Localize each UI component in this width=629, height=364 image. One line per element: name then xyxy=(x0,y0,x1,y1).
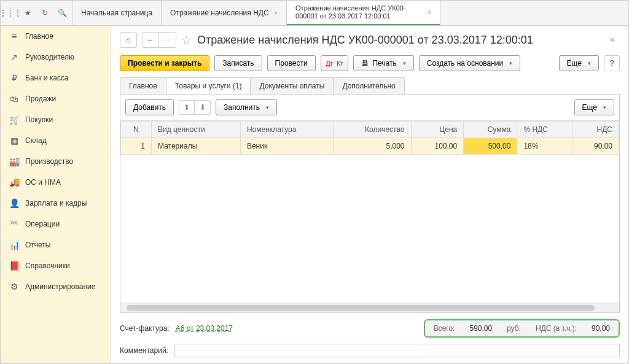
favorite-icon[interactable]: ☆ xyxy=(181,33,192,47)
home-button[interactable]: ⌂ xyxy=(120,32,137,48)
cell-qty[interactable]: 5,000 xyxy=(333,138,411,155)
ops-icon: ᴬᴷ xyxy=(9,219,19,229)
table-row[interactable]: 1 Материалы Веник 5,000 100,00 500,00 18… xyxy=(121,138,619,155)
col-vat-rate[interactable]: % НДС xyxy=(517,122,572,138)
person-icon: 👤 xyxy=(9,198,19,208)
cell-price[interactable]: 100,00 xyxy=(411,138,464,155)
currency: руб. xyxy=(507,324,521,333)
sidebar-item-label: Покупки xyxy=(25,115,53,124)
menu-icon: ≡ xyxy=(9,31,19,41)
cell-type[interactable]: Материалы xyxy=(152,138,241,155)
col-item[interactable]: Номенклатура xyxy=(240,122,333,138)
forward-button[interactable]: → xyxy=(159,32,176,48)
print-button[interactable]: 🖶Печать xyxy=(353,55,413,71)
sidebar-item-label: Справочники xyxy=(25,261,70,270)
vat-label: НДС (в т.ч.): xyxy=(536,324,577,333)
page-title: Отражение начисления НДС УК00-000001 от … xyxy=(197,34,533,47)
col-n[interactable]: N xyxy=(121,122,152,138)
sidebar-item-label: Главное xyxy=(25,32,53,41)
ruble-icon: ₽ xyxy=(9,73,19,83)
doctab-extra[interactable]: Дополнительно xyxy=(333,77,404,94)
add-button[interactable]: Добавить xyxy=(125,99,174,115)
tab-home[interactable]: Начальная страница xyxy=(72,1,162,25)
star-icon[interactable]: ★ xyxy=(23,8,33,18)
post-button[interactable]: Провести xyxy=(267,55,316,71)
sidebar-item-operations[interactable]: ᴬᴷОперации xyxy=(1,214,111,234)
sidebar-item-label: ОС и НМА xyxy=(25,178,61,187)
doctab-goods[interactable]: Товары и услуги (1) xyxy=(166,77,251,94)
sidebar-item-label: Производство xyxy=(25,157,73,166)
sidebar-item-admin[interactable]: ⚙Администрирование xyxy=(1,276,111,297)
tab-label: Начальная страница xyxy=(81,9,152,17)
grid-icon: ▦ xyxy=(9,136,19,145)
fill-button[interactable]: Заполнить xyxy=(216,99,277,115)
post-and-close-button[interactable]: Провести и закрыть xyxy=(120,55,209,71)
sidebar-item-label: Склад xyxy=(25,136,47,145)
cell-item[interactable]: Веник xyxy=(240,138,333,155)
sidebar-item-production[interactable]: 🏭Производство xyxy=(1,151,111,172)
goods-table[interactable]: N Вид ценности Номенклатура Количество Ц… xyxy=(120,121,619,155)
sidebar-item-purchases[interactable]: 🛒Покупки xyxy=(1,109,111,130)
back-button[interactable]: ← xyxy=(142,32,159,48)
dt-kt-button[interactable]: ДтКт xyxy=(321,55,349,71)
close-icon[interactable]: × xyxy=(274,9,278,17)
cell-sum[interactable]: 500,00 xyxy=(464,138,517,155)
cell-vat-rate[interactable]: 18% xyxy=(517,138,572,155)
comment-input[interactable] xyxy=(174,344,620,357)
sidebar-item-assets[interactable]: 🚚ОС и НМА xyxy=(1,172,111,193)
save-button[interactable]: Записать xyxy=(214,55,262,71)
col-price[interactable]: Цена xyxy=(411,122,464,138)
more-button[interactable]: Еще xyxy=(559,55,599,71)
bars-icon: 📊 xyxy=(9,240,19,250)
sidebar-item-main[interactable]: ≡Главное xyxy=(1,26,111,47)
cart-icon: 🛒 xyxy=(9,115,19,125)
invoice-label: Счет-фактура: xyxy=(120,324,170,333)
sidebar-item-manager[interactable]: ↗Руководителю xyxy=(1,47,111,68)
top-toolbar: ⋮⋮⋮ ★ ↻ 🔍 Начальная страница Отражение н… xyxy=(1,1,628,26)
sidebar-item-reports[interactable]: 📊Отчеты xyxy=(1,234,111,255)
tab-label: Отражение начисления НДС xyxy=(170,9,269,17)
sidebar: ≡Главное ↗Руководителю ₽Банк и касса 🛍Пр… xyxy=(1,26,111,363)
help-button[interactable]: ? xyxy=(604,55,620,71)
col-qty[interactable]: Количество xyxy=(333,122,411,138)
sidebar-item-label: Администрирование xyxy=(25,282,95,291)
apps-icon[interactable]: ⋮⋮⋮ xyxy=(6,8,15,18)
more-button[interactable]: Еще xyxy=(574,99,614,115)
col-sum[interactable]: Сумма xyxy=(464,122,517,138)
doctab-payments[interactable]: Документы оплаты xyxy=(250,77,334,94)
doctab-main[interactable]: Главное xyxy=(120,77,166,94)
move-down-button[interactable]: ⬇ xyxy=(195,100,211,115)
invoice-link[interactable]: А6 от 23.03.2017 xyxy=(176,324,233,333)
sidebar-item-label: Зарплата и кадры xyxy=(25,199,87,207)
history-icon[interactable]: ↻ xyxy=(40,8,50,18)
sidebar-item-warehouse[interactable]: ▦Склад xyxy=(1,130,111,151)
comment-label: Комментарий: xyxy=(120,346,168,355)
sidebar-item-hr[interactable]: 👤Зарплата и кадры xyxy=(1,193,111,214)
move-up-button[interactable]: ⬆ xyxy=(179,100,195,115)
search-icon[interactable]: 🔍 xyxy=(57,8,67,18)
horizontal-scrollbar[interactable] xyxy=(120,303,619,312)
col-type[interactable]: Вид ценности xyxy=(152,122,241,138)
window-tabs: Начальная страница Отражение начисления … xyxy=(72,1,440,25)
create-based-button[interactable]: Создать на основании xyxy=(419,55,521,71)
chart-icon: ↗ xyxy=(9,52,19,62)
vat-value: 90,00 xyxy=(592,324,610,333)
cell-n[interactable]: 1 xyxy=(121,138,152,155)
cell-vat[interactable]: 90,00 xyxy=(572,138,619,155)
totals-box: Всего: 590,00 руб. НДС (в т.ч.): 90,00 xyxy=(424,319,620,338)
col-vat[interactable]: НДС xyxy=(572,122,619,138)
sidebar-item-bank[interactable]: ₽Банк и касса xyxy=(1,68,111,88)
sidebar-item-sales[interactable]: 🛍Продажи xyxy=(1,88,111,109)
printer-icon: 🖶 xyxy=(361,59,369,68)
sidebar-item-label: Операции xyxy=(25,220,60,228)
sidebar-item-label: Руководителю xyxy=(25,53,74,61)
close-button[interactable]: × xyxy=(605,35,620,45)
truck-icon: 🚚 xyxy=(9,177,19,187)
gear-icon: ⚙ xyxy=(9,282,19,292)
close-icon[interactable]: × xyxy=(428,9,431,16)
total-value: 590,00 xyxy=(469,324,492,333)
sidebar-item-catalogs[interactable]: 📕Справочники xyxy=(1,255,111,276)
book-icon: 📕 xyxy=(9,261,19,271)
tab-vat-doc[interactable]: Отражение начисления НДС УК00-000001 от … xyxy=(287,1,440,25)
tab-vat-list[interactable]: Отражение начисления НДС× xyxy=(162,1,287,25)
